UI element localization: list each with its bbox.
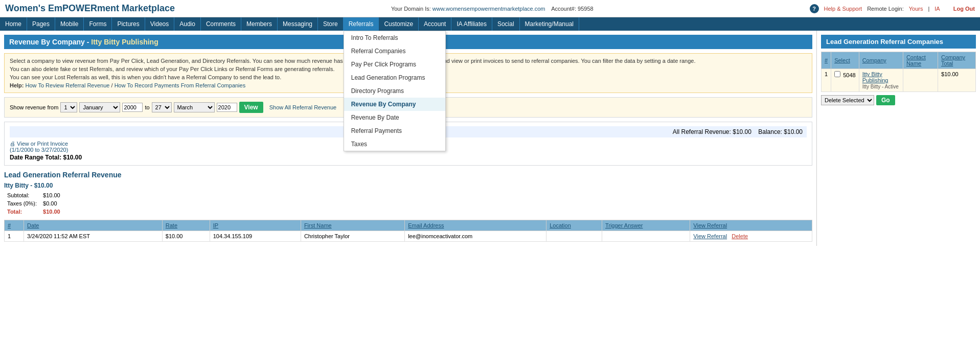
col-location[interactable]: Location <box>546 220 602 231</box>
main: Revenue By Company - Itty Bitty Publishi… <box>0 31 980 246</box>
all-referral-value: $10.00 <box>733 128 751 135</box>
to-day-select[interactable]: 27 <box>152 102 172 112</box>
col-num[interactable]: # <box>5 220 24 231</box>
all-revenue-link[interactable]: Show All Referral Revenue <box>269 104 336 110</box>
row-trigger-answer <box>602 231 690 242</box>
col-first-name[interactable]: First Name <box>301 220 404 231</box>
lead-gen-heading: Lead Generation Referral Revenue <box>4 171 812 179</box>
nav-comments[interactable]: Comments <box>201 17 241 31</box>
remote-ia-link[interactable]: IA <box>935 6 940 12</box>
right-row-num: 1 <box>822 69 831 92</box>
company-name: Itty Bitty Publishing <box>91 38 158 46</box>
nav-forms[interactable]: Forms <box>84 17 112 31</box>
revenue-detail: Subtotal: $10.00 Taxes (0%): $0.00 Total… <box>4 191 812 216</box>
nav-ia-affiliates[interactable]: IA Affiliates <box>451 17 492 31</box>
menu-taxes[interactable]: Taxes <box>344 137 445 151</box>
lead-gen-section: Lead Generation Referral Revenue Itty Bi… <box>4 171 812 242</box>
to-month-select[interactable]: JanuaryFebruaryMarchAprilMayJuneJulyAugu… <box>174 102 215 112</box>
from-month-select[interactable]: JanuaryFebruaryMarchAprilMayJuneJulyAugu… <box>79 102 120 112</box>
delete-select-row: Delete Selected Go <box>821 95 976 105</box>
balance-label: Balance: <box>758 128 782 135</box>
right-row-total: $10.00 <box>938 69 976 92</box>
date-range-total-value: $10.00 <box>63 154 82 161</box>
col-trigger-answer[interactable]: Trigger Answer <box>602 220 690 231</box>
nav-messaging[interactable]: Messaging <box>278 17 318 31</box>
nav-home[interactable]: Home <box>0 17 27 31</box>
nav-videos[interactable]: Videos <box>145 17 174 31</box>
page-title: Revenue By Company - <box>9 38 89 46</box>
right-table-row: 1 5048 Itty Bitty Publishing Itty Bitty … <box>822 69 976 92</box>
site-title: Women's EmPOWERment Marketplace <box>5 3 175 14</box>
menu-referral-payments[interactable]: Referral Payments <box>344 124 445 137</box>
to-year-input[interactable] <box>217 103 237 112</box>
delete-selected-dropdown[interactable]: Delete Selected <box>821 95 874 105</box>
menu-revenue-by-company[interactable]: Revenue By Company <box>344 98 445 111</box>
referrals-dropdown: Intro To Referrals Referral Companies Pa… <box>344 31 446 151</box>
company-link[interactable]: Itty Bitty Publishing <box>862 71 888 83</box>
right-col-contact[interactable]: Contact Name <box>903 52 938 69</box>
col-date[interactable]: Date <box>24 220 163 231</box>
lead-gen-data-table: # Date Rate IP First Name Email Address … <box>4 220 812 242</box>
nav-members[interactable]: Members <box>241 17 278 31</box>
account-number: 95958 <box>578 6 594 12</box>
date-range-total-label: Date Range Total: <box>10 154 61 161</box>
help-link-2[interactable]: How To Record Payments From Referral Com… <box>115 82 246 88</box>
remote-yours-link[interactable]: Yours <box>909 6 923 12</box>
menu-directory-programs[interactable]: Directory Programs <box>344 84 445 98</box>
date-range-total: Date Range Total: $10.00 <box>10 154 807 161</box>
col-ip[interactable]: IP <box>210 220 301 231</box>
nav-pictures[interactable]: Pictures <box>112 17 145 31</box>
right-col-num[interactable]: # <box>822 52 831 69</box>
nav-marketing-manual[interactable]: Marketing/Manual <box>520 17 579 31</box>
nav-social[interactable]: Social <box>492 17 520 31</box>
col-email[interactable]: Email Address <box>405 220 546 231</box>
nav-pages[interactable]: Pages <box>27 17 55 31</box>
nav-store[interactable]: Store <box>318 17 344 31</box>
all-referral-label: All Referral Revenue: <box>673 128 731 135</box>
delete-link[interactable]: Delete <box>732 233 748 239</box>
row-rate: $10.00 <box>162 231 210 242</box>
taxes-label: Taxes (0%): <box>4 199 40 208</box>
go-button[interactable]: Go <box>876 95 895 105</box>
col-rate[interactable]: Rate <box>162 220 210 231</box>
view-button[interactable]: View <box>239 102 263 113</box>
menu-pay-per-click[interactable]: Pay Per Click Programs <box>344 58 445 71</box>
nav-referrals[interactable]: Referrals Intro To Referrals Referral Co… <box>344 17 379 31</box>
col-view-referral[interactable]: View Referral <box>690 220 812 231</box>
header: Women's EmPOWERment Marketplace Your Dom… <box>0 0 980 17</box>
subtotal-label: Subtotal: <box>4 191 40 199</box>
right-panel: Lead Generation Referral Companies # Sel… <box>816 31 980 246</box>
header-right-links: ? Help & Support Remote Login: Yours | I… <box>810 4 975 13</box>
right-col-select[interactable]: Select <box>831 52 859 69</box>
subtotal-value: $10.00 <box>40 191 63 199</box>
row-ip: 104.34.155.109 <box>210 231 301 242</box>
row-date: 3/24/2020 11:52 AM EST <box>24 231 163 242</box>
nav-account[interactable]: Account <box>419 17 451 31</box>
right-col-company[interactable]: Company <box>859 52 903 69</box>
company-sub: Itty Bitty - Active <box>862 84 899 89</box>
help-link-1[interactable]: How To Review Referral Revenue <box>26 82 110 88</box>
logout-link[interactable]: Log Out <box>953 6 975 12</box>
nav-customize[interactable]: Customize <box>379 17 419 31</box>
row-location <box>546 231 602 242</box>
nav-mobile[interactable]: Mobile <box>55 17 84 31</box>
right-col-total[interactable]: Company Total <box>938 52 976 69</box>
menu-intro-referrals[interactable]: Intro To Referrals <box>344 31 445 44</box>
invoice-link[interactable]: View or Print Invoice <box>17 141 68 147</box>
row-checkbox[interactable] <box>834 71 840 77</box>
menu-referral-companies[interactable]: Referral Companies <box>344 44 445 58</box>
view-referral-link[interactable]: View Referral <box>693 233 727 239</box>
menu-lead-generation[interactable]: Lead Generation Programs <box>344 71 445 84</box>
from-year-input[interactable] <box>122 103 143 112</box>
domain-label: Your Domain Is: <box>391 6 431 12</box>
menu-revenue-by-date[interactable]: Revenue By Date <box>344 111 445 124</box>
domain-url-link[interactable]: www.womensempowermentmarketplace.com <box>432 6 545 12</box>
from-day-select[interactable]: 1 <box>60 102 77 112</box>
total-value: $10.00 <box>40 208 63 216</box>
help-link[interactable]: Help & Support <box>824 6 862 12</box>
total-label: Total: <box>4 208 40 216</box>
taxes-value: $0.00 <box>40 199 63 208</box>
help-icon[interactable]: ? <box>810 4 819 13</box>
row-view-referral: View Referral Delete <box>690 231 812 242</box>
nav-audio[interactable]: Audio <box>174 17 201 31</box>
